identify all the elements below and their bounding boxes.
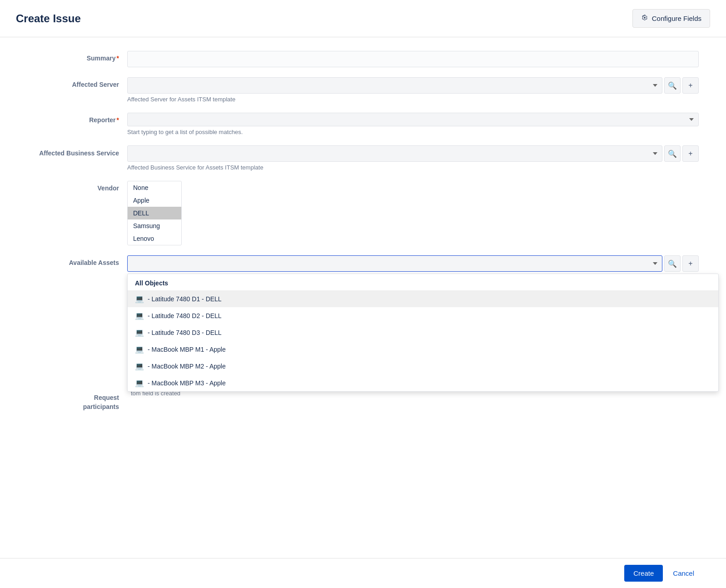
reporter-hint: Start typing to get a list of possible m… bbox=[127, 129, 699, 135]
laptop-icon: 💻 bbox=[135, 345, 144, 354]
reporter-required: * bbox=[117, 116, 119, 124]
vendor-option-none[interactable]: None bbox=[128, 181, 181, 194]
vendor-option-dell[interactable]: DELL bbox=[128, 207, 181, 219]
laptop-icon: 💻 bbox=[135, 362, 144, 370]
configure-fields-button[interactable]: Configure Fields bbox=[632, 9, 710, 28]
vendor-option-apple[interactable]: Apple bbox=[128, 194, 181, 207]
affected-business-service-search-button[interactable]: 🔍 bbox=[664, 145, 681, 162]
asset-item-text: - Latitude 7480 D1 - DELL bbox=[148, 295, 222, 303]
configure-fields-label: Configure Fields bbox=[652, 15, 701, 22]
form-area: Summary* Affected Server 🔍 bbox=[0, 37, 726, 435]
affected-server-select-group: 🔍 + bbox=[127, 77, 699, 94]
vendor-listbox[interactable]: None Apple DELL Samsung Lenovo bbox=[127, 181, 182, 245]
summary-input[interactable] bbox=[127, 51, 699, 67]
asset-item-text: - MacBook MBP M1 - Apple bbox=[148, 346, 226, 353]
plus-icon: + bbox=[688, 149, 692, 158]
list-item[interactable]: 💻 - Latitude 7480 D1 - DELL bbox=[128, 290, 718, 307]
list-item[interactable]: 💻 - Latitude 7480 D2 - DELL bbox=[128, 307, 718, 324]
create-button[interactable]: Create bbox=[624, 565, 663, 582]
affected-server-row: Affected Server 🔍 + Affected Server for … bbox=[27, 77, 699, 103]
asset-item-text: - MacBook MBP M3 - Apple bbox=[148, 379, 226, 387]
request-participants-row: Requestparticipants tom field is created bbox=[27, 390, 699, 411]
affected-server-control: 🔍 + Affected Server for Assets ITSM temp… bbox=[127, 77, 699, 103]
available-assets-control: 🔍 + All Objects 💻 - Latitude 7480 D1 - D… bbox=[127, 255, 699, 272]
asset-item-text: - MacBook MBP M2 - Apple bbox=[148, 363, 226, 370]
summary-control bbox=[127, 51, 699, 67]
asset-item-text: - Latitude 7480 D3 - DELL bbox=[148, 329, 222, 336]
affected-business-service-select[interactable] bbox=[127, 145, 662, 162]
vendor-control: None Apple DELL Samsung Lenovo bbox=[127, 181, 699, 245]
page-title: Create Issue bbox=[16, 12, 81, 25]
available-assets-search-button[interactable]: 🔍 bbox=[664, 255, 681, 272]
affected-server-search-button[interactable]: 🔍 bbox=[664, 77, 681, 94]
gear-icon bbox=[641, 14, 648, 23]
affected-business-service-label: Affected Business Service bbox=[27, 145, 127, 158]
reporter-label: Reporter* bbox=[27, 113, 127, 124]
plus-icon: + bbox=[688, 81, 692, 90]
list-item[interactable]: 💻 - MacBook MBP M3 - Apple bbox=[128, 374, 718, 391]
list-item[interactable]: 💻 - MacBook MBP M2 - Apple bbox=[128, 358, 718, 374]
list-item[interactable]: 💻 - Latitude 7480 D3 - DELL bbox=[128, 324, 718, 341]
cancel-button[interactable]: Cancel bbox=[668, 565, 699, 582]
affected-server-select[interactable] bbox=[127, 77, 662, 94]
asset-item-text: - Latitude 7480 D2 - DELL bbox=[148, 312, 222, 319]
affected-business-service-row: Affected Business Service 🔍 + Affected B… bbox=[27, 145, 699, 171]
request-participants-label: Requestparticipants bbox=[27, 390, 127, 411]
vendor-option-samsung[interactable]: Samsung bbox=[128, 219, 181, 232]
laptop-icon: 💻 bbox=[135, 311, 144, 320]
vendor-label: Vendor bbox=[27, 181, 127, 192]
search-icon: 🔍 bbox=[668, 259, 677, 268]
affected-server-add-button[interactable]: + bbox=[682, 77, 699, 94]
dropdown-header: All Objects bbox=[128, 274, 718, 290]
summary-label: Summary* bbox=[27, 51, 127, 62]
search-icon: 🔍 bbox=[668, 81, 677, 90]
laptop-icon: 💻 bbox=[135, 379, 144, 387]
list-item[interactable]: 💻 - MacBook MBP M1 - Apple bbox=[128, 341, 718, 358]
page-header: Create Issue Configure Fields bbox=[0, 0, 726, 37]
vendor-option-lenovo[interactable]: Lenovo bbox=[128, 232, 181, 245]
affected-business-service-add-button[interactable]: + bbox=[682, 145, 699, 162]
summary-row: Summary* bbox=[27, 51, 699, 67]
available-assets-row: Available Assets 🔍 + All Objects bbox=[27, 255, 699, 272]
affected-business-service-select-group: 🔍 + bbox=[127, 145, 699, 162]
search-icon: 🔍 bbox=[668, 149, 677, 158]
available-assets-add-button[interactable]: + bbox=[682, 255, 699, 272]
plus-icon: + bbox=[688, 259, 692, 268]
laptop-icon: 💻 bbox=[135, 294, 144, 303]
reporter-control: Start typing to get a list of possible m… bbox=[127, 113, 699, 135]
reporter-select[interactable] bbox=[127, 113, 699, 126]
affected-server-label: Affected Server bbox=[27, 77, 127, 88]
available-assets-label: Available Assets bbox=[27, 255, 127, 266]
available-assets-select[interactable] bbox=[127, 255, 662, 272]
vendor-row: Vendor None Apple DELL Samsung Lenovo bbox=[27, 181, 699, 245]
reporter-row: Reporter* Start typing to get a list of … bbox=[27, 113, 699, 135]
available-assets-select-group: 🔍 + bbox=[127, 255, 699, 272]
form-footer: Create Cancel bbox=[0, 558, 726, 588]
assets-dropdown-menu: All Objects 💻 - Latitude 7480 D1 - DELL … bbox=[127, 274, 719, 392]
laptop-icon: 💻 bbox=[135, 328, 144, 337]
affected-server-hint: Affected Server for Assets ITSM template bbox=[127, 96, 699, 103]
affected-business-service-hint: Affected Business Service for Assets ITS… bbox=[127, 164, 699, 171]
summary-required: * bbox=[117, 55, 119, 62]
page-container: Create Issue Configure Fields Summary* bbox=[0, 0, 726, 588]
affected-business-service-control: 🔍 + Affected Business Service for Assets… bbox=[127, 145, 699, 171]
